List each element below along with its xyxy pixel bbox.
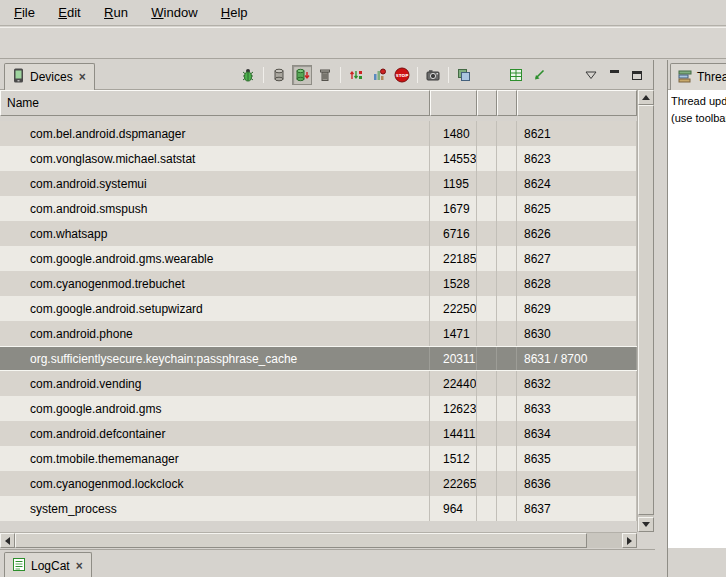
cell-status1 — [477, 396, 497, 421]
cell-process-name: com.whatsapp — [0, 221, 430, 246]
vertical-scrollbar[interactable] — [637, 90, 654, 532]
cell-status2 — [497, 121, 517, 146]
menu-file[interactable]: File — [4, 0, 45, 24]
horizontal-scrollbar[interactable] — [0, 532, 637, 548]
cell-pid: 1195 — [430, 171, 477, 196]
update-threads-icon[interactable] — [346, 65, 366, 85]
table-row[interactable]: com.android.defcontainer 14411 8634 — [0, 421, 637, 446]
cell-pid: 14553 — [430, 146, 477, 171]
devices-panel: Devices × — [0, 60, 654, 548]
cell-status1 — [477, 171, 497, 196]
minimize-icon[interactable] — [604, 65, 624, 85]
cell-port: 8623 — [517, 146, 637, 171]
cell-port: 8630 — [517, 321, 637, 346]
main-toolbar — [0, 27, 726, 59]
horizontal-scrollbar-thumb[interactable] — [15, 533, 587, 548]
table-row[interactable]: org.sufficientlysecure.keychain:passphra… — [0, 346, 637, 371]
threads-message-line: Thread updates not enabled for selected … — [671, 93, 726, 110]
table-row[interactable]: com.cyanogenmod.trebuchet 1528 8628 — [0, 271, 637, 296]
scroll-down-icon[interactable] — [638, 517, 654, 532]
column-header-name[interactable]: Name — [0, 90, 430, 116]
column-header-port[interactable] — [517, 90, 637, 116]
cell-port: 8634 — [517, 421, 637, 446]
scroll-right-icon[interactable] — [622, 533, 637, 548]
cell-process-name: org.sufficientlysecure.keychain:passphra… — [0, 347, 430, 370]
dump-view-hierarchy-icon[interactable] — [454, 65, 474, 85]
cell-status2 — [497, 296, 517, 321]
table-row[interactable]: com.cyanogenmod.lockclock 22265 8636 — [0, 471, 637, 496]
process-table-body: com.bel.android.dspmanager 1480 8621 com… — [0, 116, 637, 532]
threads-view-header: Threads — [668, 60, 726, 90]
tab-threads-label: Threads — [697, 70, 726, 84]
tab-devices[interactable]: Devices × — [4, 63, 95, 90]
tab-logcat-label: LogCat — [31, 559, 70, 573]
cell-status2 — [497, 496, 517, 521]
cell-pid: 1512 — [430, 446, 477, 471]
column-header-status1[interactable] — [477, 90, 497, 116]
cell-port: 8633 — [517, 396, 637, 421]
tab-logcat-close-icon[interactable]: × — [75, 559, 84, 573]
cell-port: 8629 — [517, 296, 637, 321]
tab-devices-close-icon[interactable]: × — [78, 70, 87, 84]
cell-process-name: com.google.android.gms — [0, 396, 430, 421]
logcat-panel: LogCat × — [0, 549, 655, 577]
cell-port: 8636 — [517, 471, 637, 496]
table-row[interactable]: com.google.android.gms.wearable 22185 86… — [0, 246, 637, 271]
toolbar-spacer — [552, 75, 578, 76]
menu-run[interactable]: Run — [94, 0, 138, 24]
scroll-left-icon[interactable] — [0, 533, 15, 548]
cell-status1 — [477, 347, 497, 370]
table-row[interactable]: com.google.android.gms 12623 8633 — [0, 396, 637, 421]
maximize-icon[interactable] — [627, 65, 647, 85]
cell-status1 — [477, 496, 497, 521]
table-row[interactable]: com.vonglasow.michael.satstat 14553 8623 — [0, 146, 637, 171]
start-method-profiling-icon[interactable] — [369, 65, 389, 85]
table-row[interactable]: com.whatsapp 6716 8626 — [0, 221, 637, 246]
dump-hprof-icon[interactable] — [292, 65, 312, 85]
cell-port: 8631 / 8700 — [517, 347, 637, 370]
system-info-icon[interactable] — [506, 65, 526, 85]
cell-status2 — [497, 146, 517, 171]
tab-logcat[interactable]: LogCat × — [4, 552, 92, 577]
table-row[interactable]: system_process 964 8637 — [0, 496, 637, 521]
toolbar-separator — [263, 67, 264, 83]
table-row[interactable]: com.tmobile.thememanager 1512 8635 — [0, 446, 637, 471]
cell-pid: 1528 — [430, 271, 477, 296]
view-menu-icon[interactable] — [581, 65, 601, 85]
toolbar-separator — [417, 67, 418, 83]
scrollbar-corner — [637, 532, 654, 548]
column-header-pid[interactable] — [430, 90, 477, 116]
debug-process-icon[interactable] — [238, 65, 258, 85]
table-row[interactable]: com.android.phone 1471 8630 — [0, 321, 637, 346]
update-heap-icon[interactable] — [269, 65, 289, 85]
column-header-status2[interactable] — [497, 90, 517, 116]
table-row[interactable]: com.android.vending 22440 8632 — [0, 371, 637, 396]
vertical-scrollbar-thumb[interactable] — [638, 105, 654, 515]
table-row[interactable]: com.bel.android.dspmanager 1480 8621 — [0, 121, 637, 146]
cell-pid: 22440 — [430, 371, 477, 396]
cell-port: 8637 — [517, 496, 637, 521]
devices-view-header: Devices × — [0, 60, 653, 90]
process-table-header: Name — [0, 90, 637, 116]
menu-edit[interactable]: Edit — [48, 0, 90, 24]
table-row[interactable]: com.android.systemui 1195 8624 — [0, 171, 637, 196]
cell-status2 — [497, 321, 517, 346]
screen-capture-icon[interactable] — [423, 65, 443, 85]
cell-pid: 6716 — [430, 221, 477, 246]
tab-threads[interactable]: Threads — [670, 63, 726, 90]
stop-process-icon[interactable]: STOP — [392, 65, 412, 85]
tracer-icon[interactable] — [529, 65, 549, 85]
cause-gc-icon[interactable] — [315, 65, 335, 85]
tab-devices-label: Devices — [30, 70, 73, 84]
cell-process-name: com.vonglasow.michael.satstat — [0, 146, 430, 171]
menu-window[interactable]: Window — [141, 0, 207, 24]
menu-help[interactable]: Help — [211, 0, 258, 24]
cell-status1 — [477, 146, 497, 171]
svg-text:STOP: STOP — [396, 73, 409, 78]
scroll-up-icon[interactable] — [638, 90, 654, 105]
cell-process-name: com.android.systemui — [0, 171, 430, 196]
table-row[interactable]: com.android.smspush 1679 8625 — [0, 196, 637, 221]
table-row[interactable]: com.google.android.setupwizard 22250 862… — [0, 296, 637, 321]
cell-process-name: com.cyanogenmod.lockclock — [0, 471, 430, 496]
cell-pid: 1471 — [430, 321, 477, 346]
